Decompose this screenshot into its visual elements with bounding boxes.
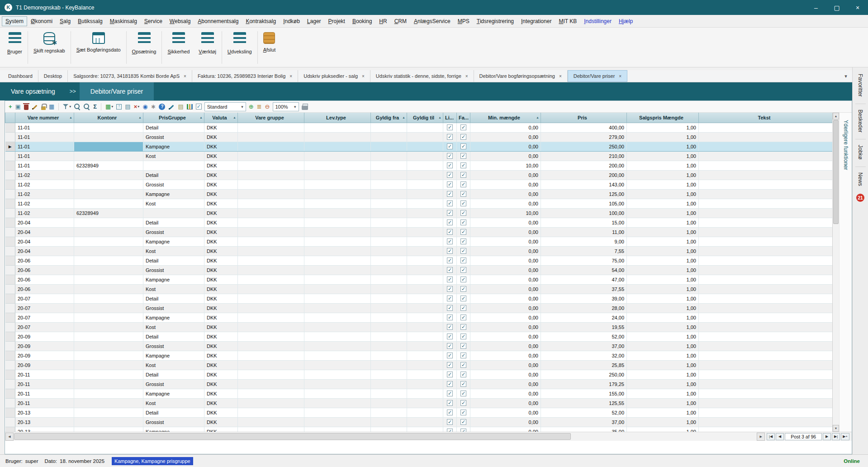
cell-gyldig-fra[interactable] xyxy=(371,351,407,360)
cell-li[interactable]: ✓ xyxy=(443,237,457,246)
cell-min-mangde[interactable]: 0,00 xyxy=(470,246,541,256)
cell-min-mangde[interactable]: 0,00 xyxy=(470,303,541,313)
cell-kontonr[interactable] xyxy=(74,303,143,313)
checkbox-icon[interactable]: ✓ xyxy=(460,248,466,254)
cell-prisgruppe[interactable]: Detail xyxy=(143,123,204,132)
cell-valuta[interactable]: DKK xyxy=(204,379,238,389)
cell-prisgruppe[interactable]: Grossist xyxy=(143,132,204,142)
cell-pris[interactable]: 47,00 xyxy=(541,275,627,284)
checkbox-icon[interactable]: ✓ xyxy=(447,143,453,149)
refresh-icon[interactable]: ◉ xyxy=(142,103,148,111)
checkbox-icon[interactable]: ✓ xyxy=(460,429,466,432)
cell-salgspris-mangde[interactable]: 1,00 xyxy=(627,398,699,408)
cell-pris[interactable]: 200,00 xyxy=(541,170,627,180)
export-grid-icon[interactable]: ▦▾ xyxy=(105,103,114,111)
cell-gyldig-til[interactable] xyxy=(407,256,443,265)
pivot-table-icon[interactable]: ▤ xyxy=(124,103,131,111)
cell-vare-gruppe[interactable] xyxy=(238,408,304,417)
cell-tekst[interactable] xyxy=(699,132,833,142)
cell-valuta[interactable]: DKK xyxy=(204,417,238,427)
cell-gyldig-fra[interactable] xyxy=(371,265,407,275)
checkbox-icon[interactable]: ✓ xyxy=(460,419,466,425)
checkbox-icon[interactable]: ✓ xyxy=(447,248,453,254)
checkbox-icon[interactable]: ✓ xyxy=(460,153,466,159)
row-selector[interactable] xyxy=(5,427,15,432)
row-selector[interactable] xyxy=(5,370,15,379)
cell-gyldig-fra[interactable] xyxy=(371,132,407,142)
cell-prisgruppe[interactable]: Grossist xyxy=(143,303,204,313)
row-selector[interactable] xyxy=(5,351,15,360)
cell-vare-nummer[interactable]: 20-04 xyxy=(15,227,74,237)
menu-item-service[interactable]: Service xyxy=(141,16,166,26)
checkbox-icon[interactable]: ✓ xyxy=(460,400,466,406)
cell-salgspris-mangde[interactable]: 1,00 xyxy=(627,322,699,332)
close-icon[interactable]: × xyxy=(362,74,365,79)
cell-kontonr[interactable]: 62328949 xyxy=(74,208,143,218)
cell-salgspris-mangde[interactable]: 1,00 xyxy=(627,189,699,199)
checkbox-icon[interactable]: ✓ xyxy=(447,315,453,320)
table-row[interactable]: 20-04KampagneDKK✓✓0,009,001,00 xyxy=(5,237,833,246)
search-icon[interactable] xyxy=(74,103,81,111)
sidebar-item-news[interactable]: News xyxy=(857,167,863,193)
cell-valuta[interactable]: DKK xyxy=(204,370,238,379)
menu-item-indkob[interactable]: Indkøb xyxy=(280,16,304,26)
checkbox-icon[interactable]: ✓ xyxy=(460,410,466,415)
cell-min-mangde[interactable]: 0,00 xyxy=(470,294,541,303)
cell-prisgruppe[interactable]: Grossist xyxy=(143,265,204,275)
tab-dashboard[interactable]: Dashboard xyxy=(3,70,38,82)
table-row[interactable]: 20-07GrossistDKK✓✓0,0028,001,00 xyxy=(5,303,833,313)
column-header-salgspris-mangde[interactable]: Salgspris Mængde xyxy=(627,113,699,123)
cell-salgspris-mangde[interactable]: 1,00 xyxy=(627,370,699,379)
cell-pris[interactable]: 75,00 xyxy=(541,256,627,265)
cell-fa[interactable]: ✓ xyxy=(457,332,470,341)
cell-fa[interactable]: ✓ xyxy=(457,218,470,227)
cell-vare-nummer[interactable]: 20-07 xyxy=(15,313,74,322)
cell-pris[interactable]: 15,00 xyxy=(541,218,627,227)
cell-kontonr[interactable] xyxy=(74,341,143,351)
cell-gyldig-til[interactable] xyxy=(407,408,443,417)
cell-min-mangde[interactable]: 10,00 xyxy=(470,161,541,170)
close-icon[interactable]: × xyxy=(184,74,186,79)
cell-vare-nummer[interactable]: 20-11 xyxy=(15,398,74,408)
cell-fa[interactable]: ✓ xyxy=(457,389,470,398)
cell-valuta[interactable]: DKK xyxy=(204,142,238,151)
menu-item-crm[interactable]: CRM xyxy=(391,16,410,26)
tab-faktura-10236-25989823-interior-bolig[interactable]: Faktura: 10236, 25989823 Interiør Bolig× xyxy=(192,70,298,82)
cell-gyldig-til[interactable] xyxy=(407,123,443,132)
cell-gyldig-fra[interactable] xyxy=(371,161,407,170)
cell-min-mangde[interactable]: 0,00 xyxy=(470,256,541,265)
cell-kontonr[interactable] xyxy=(74,227,143,237)
zoom-find-icon[interactable] xyxy=(83,103,90,111)
cell-lev-type[interactable] xyxy=(304,351,371,360)
cell-kontonr[interactable] xyxy=(74,256,143,265)
hscroll-track[interactable] xyxy=(14,433,756,441)
cell-pris[interactable]: 52,00 xyxy=(541,408,627,417)
cell-tekst[interactable] xyxy=(699,427,833,432)
tab-debitor-vare-bogforingsopsatning[interactable]: Debitor/Vare bogføringsopsætning× xyxy=(474,70,568,82)
cell-lev-type[interactable] xyxy=(304,132,371,142)
tab-udskriv-pluksedler-salg[interactable]: Udskriv pluksedler - salg× xyxy=(298,70,370,82)
checkbox-icon[interactable]: ✓ xyxy=(447,295,453,301)
cell-gyldig-til[interactable] xyxy=(407,161,443,170)
cell-lev-type[interactable] xyxy=(304,303,371,313)
cell-gyldig-fra[interactable] xyxy=(371,208,407,218)
cell-tekst[interactable] xyxy=(699,218,833,227)
table-row[interactable]: 20-07KampagneDKK✓✓0,0024,001,00 xyxy=(5,313,833,322)
checkbox-icon[interactable]: ✓ xyxy=(460,162,466,168)
zoom-select[interactable]: 100%▾ xyxy=(273,102,299,111)
cell-min-mangde[interactable]: 0,00 xyxy=(470,408,541,417)
cell-gyldig-fra[interactable] xyxy=(371,246,407,256)
cell-tekst[interactable] xyxy=(699,170,833,180)
row-selector[interactable] xyxy=(5,208,15,218)
cell-li[interactable]: ✓ xyxy=(443,180,457,189)
checkbox-icon[interactable]: ✓ xyxy=(447,181,453,187)
cell-prisgruppe[interactable]: Kampagne xyxy=(143,351,204,360)
cell-lev-type[interactable] xyxy=(304,313,371,322)
cell-valuta[interactable]: DKK xyxy=(204,170,238,180)
minimize-button[interactable]: – xyxy=(806,0,826,15)
cell-gyldig-til[interactable] xyxy=(407,417,443,427)
row-selector[interactable] xyxy=(5,132,15,142)
cell-vare-gruppe[interactable] xyxy=(238,208,304,218)
cell-gyldig-til[interactable] xyxy=(407,170,443,180)
cell-lev-type[interactable] xyxy=(304,379,371,389)
